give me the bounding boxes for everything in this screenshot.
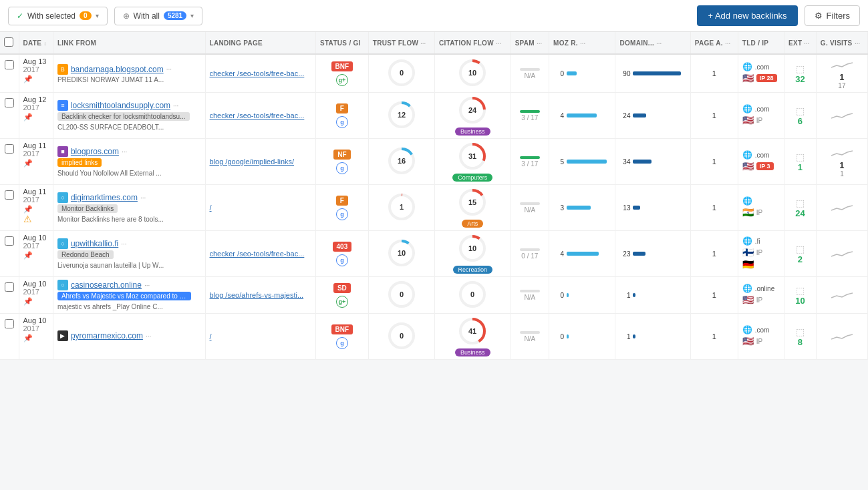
date-value: Aug 10 bbox=[23, 280, 49, 288]
landing-page-cell: blog /google/implied-links/ bbox=[205, 139, 315, 185]
landing-page-link[interactable]: checker /seo-tools/free-bac... bbox=[210, 111, 305, 119]
domain-icon: ○ bbox=[57, 192, 68, 203]
svg-text:1: 1 bbox=[400, 203, 404, 211]
domain-authority-cell: 24 bbox=[615, 93, 690, 139]
status-gi-cell: 403 g bbox=[315, 231, 368, 277]
row-checkbox[interactable] bbox=[5, 144, 14, 154]
header-landing-page[interactable]: LANDING PAGE bbox=[205, 32, 315, 54]
dots: ··· bbox=[121, 240, 126, 248]
domain-link[interactable]: locksmithtoolandsupply.com bbox=[71, 101, 170, 110]
tld-ip-cell: 🌐 .online 🇺🇸 IP bbox=[738, 277, 784, 314]
table-row: Aug 13 2017 📌 B bandarnaga.blogspot.com … bbox=[0, 54, 868, 93]
citation-flow-cell: 24 Business bbox=[435, 93, 511, 139]
header-status-gi[interactable]: STATUS / GI bbox=[315, 32, 368, 54]
tld-ip-cell: 🌐 .com 🇺🇸 IP 28 bbox=[738, 54, 784, 93]
link-from-cell: B bandarnaga.blogspot.com ··· PREDIKSI N… bbox=[53, 54, 205, 93]
filters-button[interactable]: ⚙ Filters bbox=[805, 5, 860, 26]
domain-link[interactable]: casinosearch.online bbox=[71, 280, 142, 290]
table-header-row: DATE ↕ LINK FROM LANDING PAGE STATUS / G… bbox=[0, 32, 868, 54]
link-from-cell: ▶ pyromarmexico.com ··· bbox=[53, 314, 205, 360]
header-ext[interactable]: EXT ⋯ bbox=[784, 32, 817, 54]
domain-link[interactable]: bandarnaga.blogspot.com bbox=[71, 65, 164, 74]
row-checkbox[interactable] bbox=[5, 236, 14, 246]
domain-link[interactable]: pyromarmexico.com bbox=[71, 331, 143, 340]
category-badge: Business bbox=[455, 128, 490, 136]
citation-flow-cell: 10 bbox=[435, 54, 511, 93]
flag-icon: 🇺🇸 bbox=[742, 115, 754, 126]
toolbar: ✓ With selected 0 ▾ ⊕ With all 5281 ▾ + … bbox=[0, 0, 868, 32]
spam-bar bbox=[520, 68, 540, 71]
landing-page-link[interactable]: checker /seo-tools/free-bac... bbox=[210, 69, 305, 77]
landing-page-link[interactable]: / bbox=[210, 332, 212, 340]
gv-count: 1 bbox=[821, 160, 863, 170]
header-g-visits[interactable]: G. VISITS ⋯ bbox=[816, 32, 867, 54]
landing-page-link[interactable]: blog /google/implied-links/ bbox=[210, 158, 295, 166]
with-all-count: 5281 bbox=[164, 11, 186, 20]
globe-icon: 🌐 bbox=[742, 62, 752, 71]
table-row: Aug 10 2017 📌 ○ upwithkallio.fi ··· Redo… bbox=[0, 231, 868, 277]
domain-link[interactable]: digimarktimes.com bbox=[71, 193, 138, 202]
domain-link[interactable]: upwithkallio.fi bbox=[71, 239, 118, 248]
with-all-button[interactable]: ⊕ With all 5281 ▾ bbox=[114, 7, 203, 25]
landing-page-link[interactable]: checker /seo-tools/free-bac... bbox=[210, 250, 305, 258]
google-index-icon: g+ bbox=[336, 296, 348, 308]
row-checkbox[interactable] bbox=[5, 60, 14, 69]
google-index-icon: g bbox=[336, 162, 348, 174]
ext-icon: ⬚ bbox=[788, 244, 812, 254]
citation-flow-cell: 15 Arts bbox=[435, 185, 511, 231]
row-checkbox[interactable] bbox=[5, 319, 14, 328]
landing-page-link[interactable]: / bbox=[210, 204, 212, 212]
header-tld-ip[interactable]: TLD / IP bbox=[738, 32, 784, 54]
with-selected-button[interactable]: ✓ With selected 0 ▾ bbox=[8, 7, 108, 25]
page-authority-value: 1 bbox=[712, 69, 716, 77]
landing-page-link[interactable]: blog /seo/ahrefs-vs-majesti... bbox=[210, 291, 304, 299]
tag-badge: implied links bbox=[57, 158, 102, 167]
status-gi-cell: SD g+ bbox=[315, 277, 368, 314]
row-checkbox-cell bbox=[0, 93, 19, 139]
ext-count: 1 bbox=[788, 162, 812, 172]
tld-ip-cell: 🌐 🇮🇳 IP bbox=[738, 185, 784, 231]
ext-count: 24 bbox=[788, 208, 812, 218]
dots: ··· bbox=[166, 65, 172, 73]
flag-icon: 🇺🇸 bbox=[742, 161, 754, 172]
spam-value: N/A bbox=[525, 206, 536, 214]
mini-chart bbox=[831, 57, 853, 72]
page-authority-cell: 1 bbox=[690, 231, 738, 277]
header-citation-flow[interactable]: CITATION FLOW ⋯ bbox=[435, 32, 511, 54]
header-link-from[interactable]: LINK FROM bbox=[53, 32, 205, 54]
header-trust-flow[interactable]: TRUST FLOW ⋯ bbox=[368, 32, 434, 54]
row-checkbox[interactable] bbox=[5, 190, 14, 200]
header-spam[interactable]: SPAM ⋯ bbox=[511, 32, 549, 54]
svg-text:10: 10 bbox=[468, 244, 476, 252]
link-from-cell: ○ casinosearch.online ··· Ahrefs vs Maje… bbox=[53, 277, 205, 314]
category-badge: Arts bbox=[462, 220, 483, 228]
header-domain[interactable]: DOMAIN... ⋯ bbox=[615, 32, 690, 54]
header-date[interactable]: DATE ↕ bbox=[19, 32, 53, 54]
year-value: 2017 bbox=[23, 65, 49, 73]
header-moz-r[interactable]: MOZ R. ⋯ bbox=[549, 32, 615, 54]
pin-icon: 📌 bbox=[23, 113, 49, 121]
status-gi-cell: BNF g+ bbox=[315, 54, 368, 93]
row-checkbox-cell bbox=[0, 54, 19, 93]
header-checkbox[interactable] bbox=[0, 32, 19, 54]
ext-icon: ⬚ bbox=[788, 198, 812, 208]
add-backlinks-button[interactable]: + Add new backlinks bbox=[697, 5, 797, 26]
row-checkbox[interactable] bbox=[5, 98, 14, 107]
svg-text:0: 0 bbox=[400, 69, 404, 77]
citation-flow-cell: 31 Computers bbox=[435, 139, 511, 185]
date-cell: Aug 10 2017 📌 bbox=[19, 231, 53, 277]
table-row: Aug 10 2017 📌 ○ casinosearch.online ··· … bbox=[0, 277, 868, 314]
row-checkbox[interactable] bbox=[5, 282, 14, 292]
dots: ··· bbox=[144, 282, 150, 289]
page-authority-cell: 1 bbox=[690, 185, 738, 231]
mini-chart bbox=[831, 329, 853, 344]
page-authority-cell: 1 bbox=[690, 277, 738, 314]
svg-text:0: 0 bbox=[470, 290, 474, 298]
domain-link[interactable]: blogpros.com bbox=[71, 147, 119, 156]
year-value: 2017 bbox=[23, 288, 49, 296]
g-visits-cell bbox=[816, 185, 867, 231]
g-visits-cell bbox=[816, 231, 867, 277]
g-visits-cell bbox=[816, 314, 867, 360]
moz-rank-cell: 0 bbox=[549, 277, 615, 314]
header-page-a[interactable]: PAGE A. ⋯ bbox=[690, 32, 738, 54]
